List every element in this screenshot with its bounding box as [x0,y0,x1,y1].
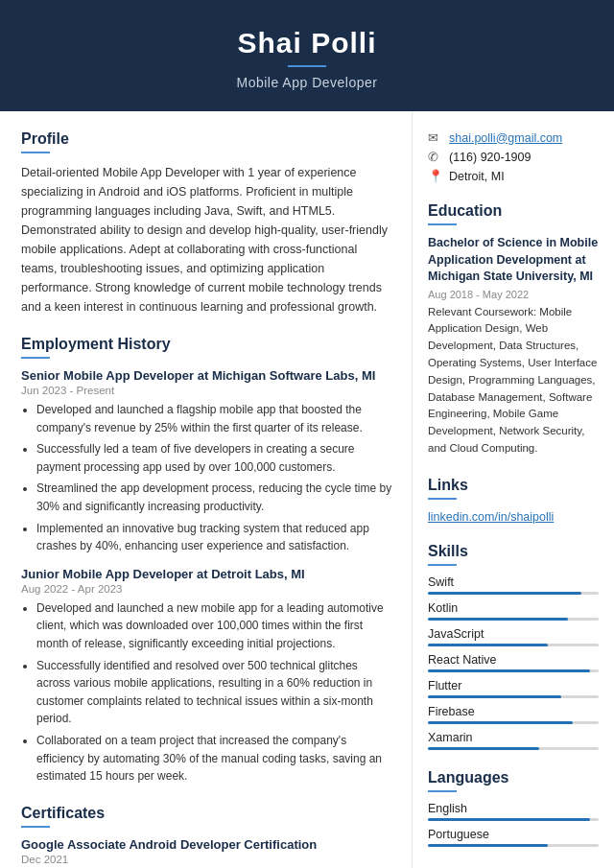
certificates-section: Certificates Google Associate Android De… [21,805,392,868]
links-title: Links [428,477,599,494]
skill-bar-fill [428,695,561,698]
skill-bar-bg [428,669,599,672]
skill-bar-fill [428,747,539,750]
skill-bar-bg [428,592,599,595]
job-bullet: Streamlined the app development process,… [36,480,392,515]
email-link[interactable]: shai.polli@gmail.com [449,131,562,145]
profile-divider [21,152,50,153]
skill-item: React Native [428,653,599,672]
phone-item: ✆ (116) 920-1909 [428,150,599,164]
languages-divider [428,790,457,792]
language-name: Portuguese [428,828,599,841]
job-bullet: Developed and launched a new mobile app … [36,599,392,653]
language-bar-fill [428,818,590,821]
cert-date: Dec 2021 [21,854,392,865]
phone-text: (116) 920-1909 [449,151,531,164]
language-item: English [428,802,599,821]
phone-icon: ✆ [428,150,443,164]
main-column: Profile Detail-oriented Mobile App Devel… [0,111,413,868]
skill-bar-bg [428,644,599,646]
employment-section: Employment History Senior Mobile App Dev… [21,336,392,786]
skill-bar-fill [428,592,581,595]
skill-item: Flutter [428,679,599,698]
skills-list: SwiftKotlinJavaScriptReact NativeFlutter… [428,575,599,750]
resume: Shai Polli Mobile App Developer Profile … [0,0,614,868]
skill-bar-fill [428,721,573,724]
skill-bar-bg [428,618,599,621]
skills-divider [428,564,457,566]
employment-divider [21,357,50,359]
skill-name: Xamarin [428,731,599,744]
edu-degree: Bachelor of Science in Mobile Applicatio… [428,235,599,286]
profile-text: Detail-oriented Mobile App Developer wit… [21,163,392,317]
education-divider [428,223,457,225]
language-name: English [428,802,599,815]
languages-section: Languages EnglishPortuguese [428,769,599,847]
employment-title: Employment History [21,336,392,353]
edu-date: Aug 2018 - May 2022 [428,289,599,300]
skill-name: React Native [428,653,599,667]
languages-list: EnglishPortuguese [428,802,599,847]
body: Profile Detail-oriented Mobile App Devel… [0,111,614,868]
candidate-title: Mobile App Developer [19,75,595,90]
job-bullet: Successfully identified and resolved ove… [36,657,392,728]
links-link[interactable]: linkedin.com/in/shaipolli [428,510,554,524]
skill-item: Kotlin [428,601,599,621]
skill-name: Flutter [428,679,599,692]
skill-item: Swift [428,575,599,595]
courses-label: Relevant Coursework: [428,306,536,317]
language-bar-fill [428,844,548,847]
profile-title: Profile [21,130,392,148]
job-title: Junior Mobile App Developer at Detroit L… [21,567,392,581]
skill-name: JavaScript [428,627,599,641]
skill-bar-fill [428,644,548,646]
job-bullet: Implemented an innovative bug tracking s… [36,520,392,555]
job-title: Senior Mobile App Developer at Michigan … [21,368,392,383]
language-bar-bg [428,844,599,847]
skill-item: JavaScript [428,627,599,646]
skill-name: Kotlin [428,601,599,615]
language-item: Portuguese [428,828,599,847]
skill-name: Swift [428,575,599,589]
location-item: 📍 Detroit, MI [428,169,599,183]
skill-bar-fill [428,618,568,621]
certificates-divider [21,826,50,828]
skill-bar-fill [428,669,590,672]
languages-title: Languages [428,769,599,786]
header: Shai Polli Mobile App Developer [0,0,614,111]
education-section: Education Bachelor of Science in Mobile … [428,202,599,457]
email-icon: ✉ [428,130,443,145]
profile-section: Profile Detail-oriented Mobile App Devel… [21,130,392,317]
skill-bar-bg [428,721,599,724]
job-date: Jun 2023 - Present [21,385,392,396]
job-bullet: Successfully led a team of five develope… [36,440,392,476]
location-text: Detroit, MI [449,170,505,183]
email-item: ✉ shai.polli@gmail.com [428,130,599,145]
courses-text: Mobile Application Design, Web Developme… [428,306,597,455]
certificates-title: Certificates [21,805,392,822]
job-bullets: Developed and launched a flagship mobile… [21,401,392,555]
links-section: Links linkedin.com/in/shaipolli [428,477,599,524]
skill-bar-bg [428,695,599,698]
job-item: Junior Mobile App Developer at Detroit L… [21,567,392,786]
cert-title: Google Associate Android Developer Certi… [21,837,392,852]
job-date: Aug 2022 - Apr 2023 [21,583,392,595]
job-item: Senior Mobile App Developer at Michigan … [21,368,392,555]
job-bullet: Collaborated on a team project that incr… [36,732,392,786]
side-column: ✉ shai.polli@gmail.com ✆ (116) 920-1909 … [413,111,614,868]
skill-name: Firebase [428,705,599,718]
contact-section: ✉ shai.polli@gmail.com ✆ (116) 920-1909 … [428,130,599,183]
edu-courses: Relevant Coursework: Mobile Application … [428,304,599,457]
candidate-name: Shai Polli [19,27,595,59]
jobs-list: Senior Mobile App Developer at Michigan … [21,368,392,786]
job-bullet: Developed and launched a flagship mobile… [36,401,392,436]
skill-bar-bg [428,747,599,750]
skill-item: Firebase [428,705,599,724]
links-list: linkedin.com/in/shaipolli [428,509,599,524]
links-divider [428,498,457,500]
skill-item: Xamarin [428,731,599,750]
header-divider [288,65,326,67]
location-icon: 📍 [428,169,443,183]
job-bullets: Developed and launched a new mobile app … [21,599,392,786]
skills-section: Skills SwiftKotlinJavaScriptReact Native… [428,543,599,750]
